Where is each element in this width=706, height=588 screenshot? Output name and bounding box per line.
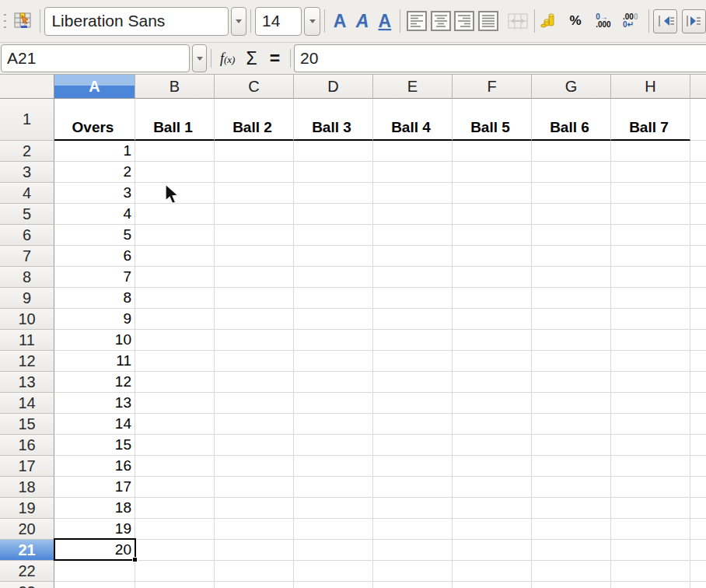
cell-D15[interactable] [294,414,373,435]
align-center-button[interactable] [429,9,452,33]
cell-B19[interactable] [135,498,215,519]
cell-B18[interactable] [135,477,215,498]
cell-I16[interactable] [690,435,706,456]
row-header-15[interactable]: 15 [0,414,54,435]
cell-I6[interactable] [690,225,706,246]
cell-F1[interactable]: Ball 5 [453,99,532,141]
cell-H16[interactable] [611,435,690,456]
merge-cells-button[interactable] [507,9,530,33]
cell-D12[interactable] [294,351,373,372]
font-size-dropdown-button[interactable] [304,7,320,36]
bold-button[interactable]: A [329,11,351,32]
row-header-3[interactable]: 3 [0,162,54,183]
cell-A20[interactable]: 19 [54,519,135,540]
cell-G13[interactable] [532,372,611,393]
cell-H10[interactable] [611,309,690,330]
cell-B15[interactable] [135,414,215,435]
cell-C15[interactable] [215,414,294,435]
cell-I13[interactable] [690,372,706,393]
cell-A1[interactable]: Overs [54,99,135,141]
cell-B23[interactable] [135,582,215,588]
cell-E6[interactable] [373,225,453,246]
row-header-10[interactable]: 10 [0,309,54,330]
row-header-7[interactable]: 7 [0,246,54,267]
cell-B20[interactable] [135,519,215,540]
cell-C16[interactable] [215,435,294,456]
cell-F7[interactable] [453,246,532,267]
cell-D21[interactable] [294,540,373,561]
row-header-20[interactable]: 20 [0,519,54,540]
cell-D23[interactable] [294,582,373,588]
cell-D1[interactable]: Ball 3 [294,99,373,141]
row-header-19[interactable]: 19 [0,498,54,519]
cell-A6[interactable]: 5 [54,225,135,246]
cell-H4[interactable] [611,183,690,204]
cell-G8[interactable] [532,267,611,288]
increase-indent-button[interactable] [682,9,706,33]
cell-E15[interactable] [373,414,453,435]
cell-A2[interactable]: 1 [54,141,135,162]
cell-E4[interactable] [373,183,453,204]
cell-F6[interactable] [453,225,532,246]
cell-E3[interactable] [373,162,453,183]
cell-A18[interactable]: 17 [54,477,135,498]
cell-I7[interactable] [690,246,706,267]
cell-I19[interactable] [690,498,706,519]
cell-I1[interactable] [690,99,706,141]
cell-D6[interactable] [294,225,373,246]
cell-C23[interactable] [215,582,294,588]
cell-H7[interactable] [611,246,690,267]
formula-input-line[interactable]: 20 [294,44,706,72]
cell-D16[interactable] [294,435,373,456]
cell-B1[interactable]: Ball 1 [135,99,215,141]
cell-H9[interactable] [611,288,690,309]
cell-G20[interactable] [532,519,611,540]
cell-G22[interactable] [532,561,611,582]
cell-C5[interactable] [215,204,294,225]
cell-A23[interactable] [54,582,135,588]
cell-I10[interactable] [690,309,706,330]
cell-C2[interactable] [215,141,294,162]
name-box-dropdown-button[interactable] [192,44,207,72]
cell-G19[interactable] [532,498,611,519]
cell-I11[interactable] [690,330,706,351]
cell-G16[interactable] [532,435,611,456]
cell-H5[interactable] [611,204,690,225]
cell-A4[interactable]: 3 [54,183,135,204]
cell-G14[interactable] [532,393,611,414]
row-header-1[interactable]: 1 [0,99,54,141]
row-header-22[interactable]: 22 [0,561,54,582]
toolbar-grip-handle[interactable] [2,9,8,33]
row-header-4[interactable]: 4 [0,183,54,204]
cell-D4[interactable] [294,183,373,204]
name-box[interactable]: A21 [1,44,190,72]
cell-C4[interactable] [215,183,294,204]
row-header-21[interactable]: 21 [0,540,54,561]
cell-F9[interactable] [453,288,532,309]
delete-decimal-button[interactable]: .000 0↵ [618,13,642,29]
cell-C3[interactable] [215,162,294,183]
cell-I17[interactable] [690,456,706,477]
cell-I22[interactable] [690,561,706,582]
cell-G7[interactable] [532,246,611,267]
cell-H6[interactable] [611,225,690,246]
cell-H12[interactable] [611,351,690,372]
cell-H18[interactable] [611,477,690,498]
row-header-17[interactable]: 17 [0,456,54,477]
cell-F13[interactable] [453,372,532,393]
cell-B17[interactable] [135,456,215,477]
cell-C10[interactable] [215,309,294,330]
decrease-indent-button[interactable] [653,9,677,33]
cell-B12[interactable] [135,351,215,372]
cell-H13[interactable] [611,372,690,393]
cell-B13[interactable] [135,372,215,393]
cell-I4[interactable] [690,183,706,204]
column-header-B[interactable]: B [135,75,215,99]
cell-G21[interactable] [532,540,611,561]
column-header-F[interactable]: F [453,75,532,99]
cell-E10[interactable] [373,309,453,330]
formula-button[interactable]: = [270,48,280,69]
cell-A10[interactable]: 9 [54,309,135,330]
column-header-H[interactable]: H [611,75,690,99]
cell-G9[interactable] [532,288,611,309]
